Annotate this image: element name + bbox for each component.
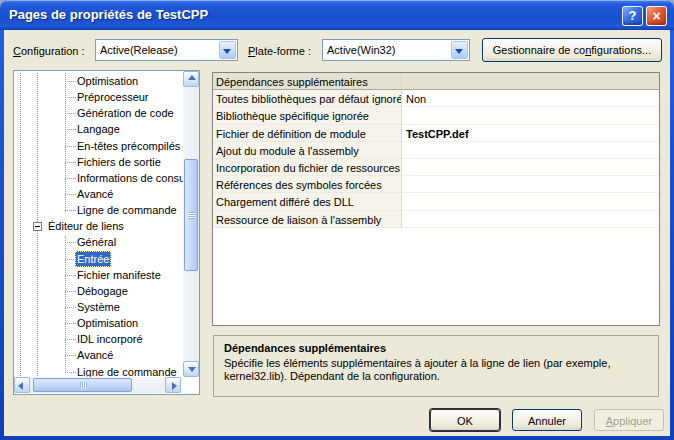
tree-item-label: Avancé xyxy=(75,186,116,202)
description-text: Spécifie les éléments supplémentaires à … xyxy=(224,357,648,370)
tree-item-ligne-de-commande[interactable]: Ligne de commande xyxy=(14,202,183,218)
property-value-cell[interactable] xyxy=(402,142,659,159)
tree-rows: OptimisationPréprocesseurGénération de c… xyxy=(14,73,183,378)
tree-item-label: Optimisation xyxy=(75,73,140,89)
configuration-value: Active(Release) xyxy=(100,44,178,56)
tree-item-avance[interactable]: Avancé xyxy=(14,186,183,202)
help-button[interactable]: ? xyxy=(622,6,643,26)
tree-item-editeur-de-liens[interactable]: Éditeur de liens xyxy=(14,218,183,234)
tree-horizontal-scrollbar[interactable] xyxy=(14,377,181,393)
description-title: Dépendances supplémentaires xyxy=(224,342,648,354)
property-name-cell[interactable]: Toutes bibliothèques par défaut ignorées xyxy=(213,90,402,107)
dialog-title: Pages de propriétés de TestCPP xyxy=(9,7,208,22)
tree-item-systeme[interactable]: Système xyxy=(14,299,183,315)
vertical-scrollbar-thumb[interactable] xyxy=(184,159,198,271)
close-icon: × xyxy=(652,8,660,24)
tree-item-general[interactable]: Général xyxy=(14,234,183,250)
property-row-chargement-differe-des-dll[interactable]: Chargement différé des DLL xyxy=(213,193,659,210)
property-value-cell[interactable] xyxy=(402,107,659,124)
tree-item-preprocesseur[interactable]: Préprocesseur xyxy=(14,89,183,105)
cancel-button[interactable]: Annuler xyxy=(512,409,582,431)
property-row-bibliotheque-specifique-ignoree[interactable]: Bibliothèque spécifique ignorée xyxy=(213,107,659,124)
tree-item-label: Éditeur de liens xyxy=(46,218,126,234)
property-value-cell[interactable] xyxy=(402,159,659,176)
ok-button[interactable]: OK xyxy=(430,409,500,431)
description-text: kernel32.lib). Dépendant de la configura… xyxy=(224,370,648,383)
tree-item-label: Général xyxy=(75,234,118,250)
property-name-cell[interactable]: Chargement différé des DLL xyxy=(213,193,402,210)
tree-item-label: Ligne de commande xyxy=(75,364,179,378)
tree-item-label: Informations de consultation xyxy=(75,170,183,186)
settings-tree: OptimisationPréprocesseurGénération de c… xyxy=(13,70,200,395)
tree-item-informations-de-consultation[interactable]: Informations de consultation xyxy=(14,170,183,186)
scroll-left-icon[interactable] xyxy=(14,377,30,393)
property-row-incorporation-du-fichier-de-ressources[interactable]: Incorporation du fichier de ressources xyxy=(213,159,659,176)
tree-item-optimisation[interactable]: Optimisation xyxy=(14,73,183,89)
apply-button: Appliquer xyxy=(594,409,664,431)
property-value-cell[interactable] xyxy=(402,193,659,210)
tree-item-entree[interactable]: Entrée xyxy=(14,251,183,267)
configuration-manager-button[interactable]: Gestionnaire de configurations... xyxy=(482,38,662,62)
horizontal-scrollbar-thumb[interactable] xyxy=(33,378,132,392)
property-grid: Dépendances supplémentairesToutes biblio… xyxy=(212,72,660,326)
tree-item-label: Ligne de commande xyxy=(75,202,179,218)
platform-label: Plate-forme : xyxy=(248,45,311,57)
tree-item-optimisation[interactable]: Optimisation xyxy=(14,315,183,331)
property-value-cell[interactable] xyxy=(402,73,659,90)
configuration-label: Configuration : xyxy=(13,45,85,57)
tree-item-label: Système xyxy=(75,299,122,315)
minus-expander-icon[interactable] xyxy=(33,222,42,231)
scroll-up-icon[interactable] xyxy=(183,71,199,87)
tree-item-debogage[interactable]: Débogage xyxy=(14,283,183,299)
dialog-body: Configuration : Active(Release) Plate-fo… xyxy=(4,30,670,436)
property-row-fichier-de-definition-de-module[interactable]: Fichier de définition de moduleTestCPP.d… xyxy=(213,125,659,142)
chevron-down-icon[interactable] xyxy=(219,41,236,59)
property-name-cell[interactable]: Ressource de liaison à l'assembly xyxy=(213,211,402,228)
tree-item-label: Débogage xyxy=(75,283,130,299)
description-panel: Dépendances supplémentaires Spécifie les… xyxy=(213,335,659,397)
property-name-cell[interactable]: Incorporation du fichier de ressources xyxy=(213,159,402,176)
tree-item-label: Génération de code xyxy=(75,105,176,121)
tree-item-en-tetes-precompiles[interactable]: En-têtes précompilés xyxy=(14,138,183,154)
platform-select[interactable]: Active(Win32) xyxy=(322,39,470,61)
tree-item-fichiers-de-sortie[interactable]: Fichiers de sortie xyxy=(14,154,183,170)
property-name-cell[interactable]: Bibliothèque spécifique ignorée xyxy=(213,107,402,124)
tree-item-label: IDL incorporé xyxy=(75,331,145,347)
scroll-down-icon[interactable] xyxy=(183,361,199,377)
tree-item-label: Entrée xyxy=(75,251,111,267)
property-name-cell[interactable]: Fichier de définition de module xyxy=(213,125,402,142)
tree-item-label: Fichiers de sortie xyxy=(75,154,163,170)
property-row-ressource-de-liaison-a-l-assembly[interactable]: Ressource de liaison à l'assembly xyxy=(213,211,659,228)
property-row-dependances-supplementaires[interactable]: Dépendances supplémentaires xyxy=(213,73,659,90)
property-pages-dialog: Pages de propriétés de TestCPP ? × Confi… xyxy=(0,0,674,440)
property-value-cell[interactable]: Non xyxy=(402,90,659,107)
tree-item-label: Fichier manifeste xyxy=(75,267,163,283)
tree-item-fichier-manifeste[interactable]: Fichier manifeste xyxy=(14,267,183,283)
property-name-cell[interactable]: Ajout du module à l'assembly xyxy=(213,142,402,159)
property-name-cell[interactable]: Références des symboles forcées xyxy=(213,176,402,193)
chevron-down-icon[interactable] xyxy=(451,41,468,59)
title-bar[interactable]: Pages de propriétés de TestCPP ? × xyxy=(0,0,674,30)
property-value-cell[interactable] xyxy=(402,211,659,228)
property-row-references-des-symboles-forcees[interactable]: Références des symboles forcées xyxy=(213,176,659,193)
platform-value: Active(Win32) xyxy=(327,44,395,56)
close-button[interactable]: × xyxy=(646,6,667,26)
tree-item-generation-de-code[interactable]: Génération de code xyxy=(14,105,183,121)
tree-item-label: Optimisation xyxy=(75,315,140,331)
property-row-toutes-bibliotheques-par-defaut-ignorees[interactable]: Toutes bibliothèques par défaut ignorées… xyxy=(213,90,659,107)
property-value-cell[interactable]: TestCPP.def xyxy=(402,125,659,142)
configuration-select[interactable]: Active(Release) xyxy=(95,39,238,61)
tree-item-idl-incorpore[interactable]: IDL incorporé xyxy=(14,331,183,347)
tree-item-langage[interactable]: Langage xyxy=(14,121,183,137)
property-value-cell[interactable] xyxy=(402,176,659,193)
tree-item-label: Préprocesseur xyxy=(75,89,151,105)
tree-item-ligne-de-commande[interactable]: Ligne de commande xyxy=(14,364,183,378)
tree-vertical-scrollbar[interactable] xyxy=(183,71,199,377)
property-name-cell[interactable]: Dépendances supplémentaires xyxy=(213,73,402,90)
tree-item-label: En-têtes précompilés xyxy=(75,138,182,154)
tree-item-avance[interactable]: Avancé xyxy=(14,347,183,363)
scroll-right-icon[interactable] xyxy=(165,377,181,393)
tree-item-label: Avancé xyxy=(75,347,116,363)
property-row-ajout-du-module-a-l-assembly[interactable]: Ajout du module à l'assembly xyxy=(213,142,659,159)
tree-item-label: Langage xyxy=(75,121,122,137)
